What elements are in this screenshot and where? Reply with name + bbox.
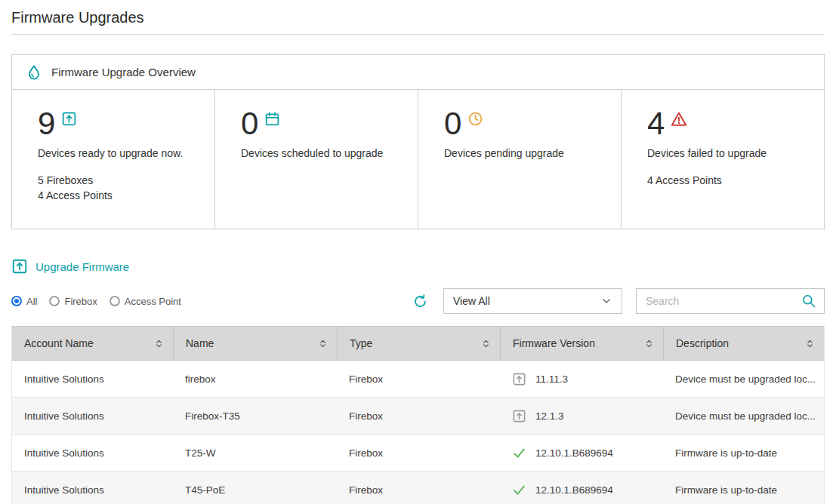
table-header-row: Account Name Name Type Firmware Version — [12, 326, 824, 361]
drop-icon — [26, 64, 42, 81]
stat-details: 5 Fireboxes 4 Access Points — [38, 173, 199, 204]
overview-stats: 9 Devices ready to upgrade now. 5 Firebo… — [12, 90, 824, 229]
stat-value: 4 — [647, 108, 665, 140]
radio-access-point-label: Access Point — [125, 296, 181, 307]
stat-detail-line: 4 Access Points — [647, 173, 809, 188]
upload-icon — [512, 409, 526, 423]
cell-firmware-version: 12.10.1.B689694 — [500, 435, 663, 471]
sort-icon — [318, 339, 328, 349]
devices-table: Account Name Name Type Firmware Version — [11, 326, 825, 504]
overview-card-header: Firmware Upgrade Overview — [12, 55, 824, 90]
stat-label: Devices ready to upgrade now. — [38, 147, 199, 159]
radio-circle — [11, 296, 22, 306]
column-header-firmware-version[interactable]: Firmware Version — [500, 327, 663, 360]
cell-firmware-version: 12.10.1.B689694 — [500, 472, 663, 504]
stat-label: Devices scheduled to upgrade — [241, 147, 403, 159]
firmware-overview-card: Firmware Upgrade Overview 9 Devices read… — [11, 54, 825, 229]
cell-account-name: Intuitive Solutions — [12, 361, 173, 397]
firmware-version-text: 11.11.3 — [535, 373, 568, 385]
clock-icon — [467, 111, 483, 127]
cell-description: Device must be upgraded loc... — [663, 398, 824, 434]
cell-type: Firebox — [337, 435, 500, 471]
stat-detail-line: 4 Access Points — [38, 188, 199, 203]
check-icon — [512, 483, 526, 497]
stat-value: 0 — [444, 108, 461, 140]
refresh-button[interactable] — [410, 291, 430, 311]
cell-type: Firebox — [337, 361, 500, 397]
warning-icon — [671, 111, 687, 128]
table-row[interactable]: Intuitive Solutions Firebox-T35 Firebox … — [12, 398, 824, 435]
upload-icon — [61, 111, 77, 127]
cell-account-name: Intuitive Solutions — [12, 472, 173, 504]
upgrade-firmware-button[interactable]: Upgrade Firmware — [11, 258, 129, 275]
cell-firmware-version: 11.11.3 — [500, 361, 663, 397]
radio-circle — [110, 296, 120, 306]
upgrade-firmware-label: Upgrade Firmware — [35, 260, 129, 273]
table-row[interactable]: Intuitive Solutions T25-W Firebox 12.10.… — [12, 435, 824, 472]
stat-label: Devices failed to upgrade — [647, 147, 809, 159]
cell-firmware-version: 12.1.3 — [500, 398, 663, 434]
cell-name: Firebox-T35 — [173, 398, 337, 434]
table-row[interactable]: Intuitive Solutions T45-PoE Firebox 12.1… — [12, 472, 824, 504]
page-header: Firmware Upgrades — [11, 0, 825, 35]
sort-icon — [805, 339, 815, 349]
overview-title: Firmware Upgrade Overview — [51, 66, 196, 78]
firmware-version-text: 12.10.1.B689694 — [535, 484, 613, 496]
cell-description: Device must be upgraded loc... — [663, 361, 824, 397]
stat-details: 4 Access Points — [647, 173, 809, 188]
radio-firebox-label: Firebox — [64, 296, 97, 307]
upload-icon — [11, 258, 28, 275]
device-filter-radio-group: All Firebox Access Point — [11, 296, 181, 307]
sort-icon — [644, 339, 654, 349]
cell-description: Firmware is up-to-date — [663, 472, 824, 504]
cell-account-name: Intuitive Solutions — [12, 398, 173, 434]
upload-icon — [512, 372, 526, 386]
column-header-type[interactable]: Type — [337, 327, 500, 360]
stat-value: 0 — [241, 108, 258, 140]
column-header-account-name[interactable]: Account Name — [12, 327, 173, 360]
cell-name: firebox — [173, 361, 337, 397]
chevron-down-icon — [600, 295, 612, 307]
calendar-icon — [264, 111, 280, 127]
refresh-icon — [412, 293, 428, 309]
cell-type: Firebox — [337, 398, 500, 434]
cell-description: Firmware is up-to-date — [663, 435, 824, 471]
check-icon — [512, 446, 526, 460]
radio-all[interactable]: All — [11, 296, 37, 307]
firmware-version-text: 12.10.1.B689694 — [535, 447, 613, 459]
table-row[interactable]: Intuitive Solutions firebox Firebox 11.1… — [12, 361, 824, 398]
cell-type: Firebox — [337, 472, 500, 504]
page-title: Firmware Upgrades — [11, 9, 825, 26]
radio-circle — [49, 296, 60, 306]
stat-scheduled: 0 Devices scheduled to upgrade — [214, 90, 418, 229]
stat-ready-to-upgrade: 9 Devices ready to upgrade now. 5 Firebo… — [12, 90, 214, 229]
column-header-description[interactable]: Description — [663, 327, 824, 360]
stat-pending: 0 Devices pending upgrade — [418, 90, 621, 229]
radio-access-point[interactable]: Access Point — [110, 296, 181, 307]
column-header-name[interactable]: Name — [173, 327, 337, 360]
sort-icon — [481, 339, 491, 349]
cell-name: T25-W — [173, 435, 337, 471]
radio-firebox[interactable]: Firebox — [49, 296, 97, 307]
cell-name: T45-PoE — [173, 472, 337, 504]
stat-detail-line: 5 Fireboxes — [38, 173, 199, 188]
sort-icon — [154, 339, 164, 349]
firmware-upgrades-page: Firmware Upgrades Firmware Upgrade Overv… — [0, 0, 836, 504]
stat-failed: 4 Devices failed to upgrade 4 Access Poi… — [621, 90, 824, 229]
view-filter-dropdown-value: View All — [453, 295, 490, 307]
search-box — [636, 288, 825, 314]
cell-account-name: Intuitive Solutions — [12, 435, 173, 471]
search-input[interactable] — [646, 295, 801, 307]
view-filter-dropdown[interactable]: View All — [443, 288, 622, 314]
search-icon[interactable] — [801, 293, 816, 309]
stat-value: 9 — [38, 108, 55, 140]
radio-all-label: All — [26, 296, 37, 307]
firmware-version-text: 12.1.3 — [535, 410, 564, 422]
stat-label: Devices pending upgrade — [444, 147, 606, 159]
